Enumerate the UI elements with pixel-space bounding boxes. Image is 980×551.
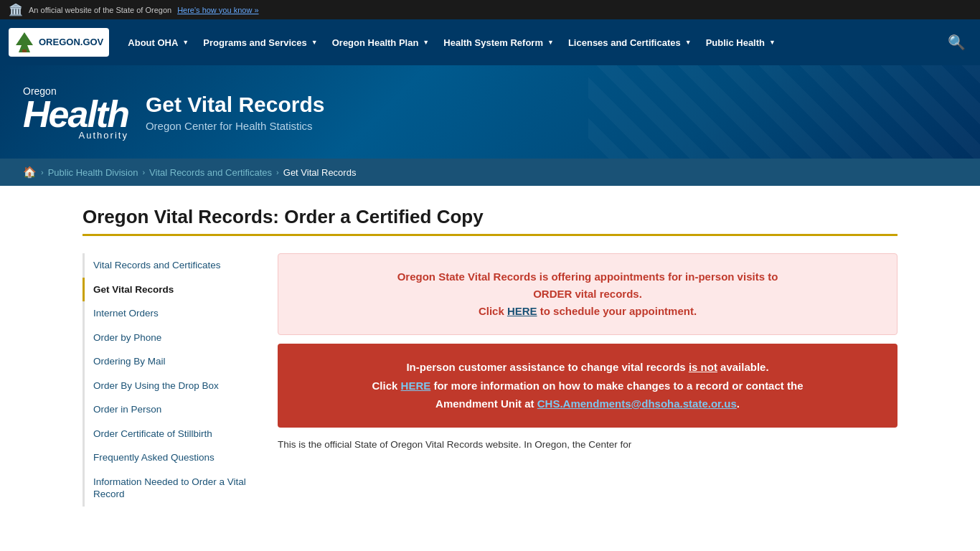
sidebar-item-faq[interactable]: Frequently Asked Questions	[83, 446, 255, 470]
flag-icon: 🏛️	[9, 3, 23, 17]
nav-item-programs[interactable]: Programs and Services ▼	[196, 32, 324, 54]
nav-bar: OREGON.GOV About OHA ▼ Programs and Serv…	[0, 19, 980, 65]
not-available-emphasis: is not	[689, 361, 717, 373]
hero-content: Get Vital Records Oregon Center for Heal…	[146, 93, 325, 132]
nav-item-about[interactable]: About OHA ▼	[121, 32, 196, 54]
sidebar-item-stillbirth[interactable]: Order Certificate of Stillbirth	[83, 422, 255, 446]
hero-title: Get Vital Records	[146, 93, 325, 117]
chevron-down-icon: ▼	[182, 39, 189, 46]
sidebar-item-order-person[interactable]: Order in Person	[83, 397, 255, 422]
svg-marker-0	[16, 32, 33, 52]
chevron-down-icon: ▼	[311, 39, 318, 46]
sidebar-item-info-needed[interactable]: Information Needed to Order a Vital Reco…	[83, 470, 255, 507]
notice-amendment: In-person customer assistance to change …	[278, 344, 897, 428]
sidebar-item-vital-records[interactable]: Vital Records and Certificates	[83, 253, 255, 278]
breadcrumb-sep-3: ›	[276, 168, 279, 176]
sidebar-item-drop-box[interactable]: Order By Using the Drop Box	[83, 374, 255, 398]
breadcrumb-public-health[interactable]: Public Health Division	[48, 167, 138, 178]
hero-banner: Oregon Health Authority Get Vital Record…	[0, 65, 980, 159]
nav-item-public-health[interactable]: Public Health ▼	[699, 32, 783, 54]
main-content: Oregon Vital Records: Order a Certified …	[60, 186, 920, 527]
top-bar: 🏛️ An official website of the State of O…	[0, 0, 980, 19]
breadcrumb-current: Get Vital Records	[283, 167, 357, 178]
sidebar-item-order-phone[interactable]: Order by Phone	[83, 326, 255, 350]
home-icon[interactable]: 🏠	[23, 166, 37, 179]
hero-logo: Oregon Health Authority	[23, 85, 128, 140]
nav-item-ohp[interactable]: Oregon Health Plan ▼	[325, 32, 437, 54]
breadcrumb: 🏠 › Public Health Division › Vital Recor…	[0, 159, 980, 186]
amendment-email-link[interactable]: CHS.Amendments@dhsoha.state.or.us	[537, 397, 737, 410]
nav-item-licenses[interactable]: Licenses and Certificates ▼	[561, 32, 699, 54]
bottom-text: This is the official State of Oregon Vit…	[278, 439, 897, 450]
notice-red-text: In-person customer assistance to change …	[295, 358, 880, 413]
nav-menu: About OHA ▼ Programs and Services ▼ Oreg…	[121, 32, 942, 54]
sidebar: Vital Records and Certificates Get Vital…	[83, 253, 255, 507]
sidebar-list: Vital Records and Certificates Get Vital…	[83, 253, 255, 507]
logo-text: OREGON.GOV	[39, 37, 103, 47]
notice-appointments: Oregon State Vital Records is offering a…	[278, 253, 897, 335]
page-title: Oregon Vital Records: Order a Certified …	[83, 206, 897, 236]
notice-pink-text: Oregon State Vital Records is offering a…	[296, 268, 880, 320]
chevron-down-icon: ▼	[547, 39, 554, 46]
chevron-down-icon: ▼	[685, 39, 692, 46]
content-layout: Vital Records and Certificates Get Vital…	[83, 253, 897, 507]
notice-red-here-link[interactable]: HERE	[401, 380, 431, 392]
sidebar-item-internet-orders[interactable]: Internet Orders	[83, 301, 255, 326]
how-you-know-link[interactable]: Here's how you know »	[177, 6, 258, 14]
hero-logo-big: Health	[23, 93, 128, 135]
svg-rect-1	[22, 50, 27, 52]
breadcrumb-sep-1: ›	[41, 168, 44, 176]
breadcrumb-sep-2: ›	[142, 168, 145, 176]
sidebar-item-get-vital-records[interactable]: Get Vital Records	[83, 278, 255, 302]
chevron-down-icon: ▼	[769, 39, 776, 46]
top-bar-text: An official website of the State of Oreg…	[29, 6, 171, 14]
breadcrumb-vital-records[interactable]: Vital Records and Certificates	[149, 167, 272, 178]
search-button[interactable]: 🔍	[942, 28, 971, 57]
sidebar-item-ordering-mail[interactable]: Ordering By Mail	[83, 349, 255, 374]
site-logo[interactable]: OREGON.GOV	[9, 28, 109, 57]
chevron-down-icon: ▼	[423, 39, 429, 46]
notices-area: Oregon State Vital Records is offering a…	[278, 253, 897, 507]
hero-subtitle: Oregon Center for Health Statistics	[146, 120, 325, 132]
notice-pink-here-link[interactable]: HERE	[507, 305, 537, 317]
nav-item-hsr[interactable]: Health System Reform ▼	[436, 32, 561, 54]
